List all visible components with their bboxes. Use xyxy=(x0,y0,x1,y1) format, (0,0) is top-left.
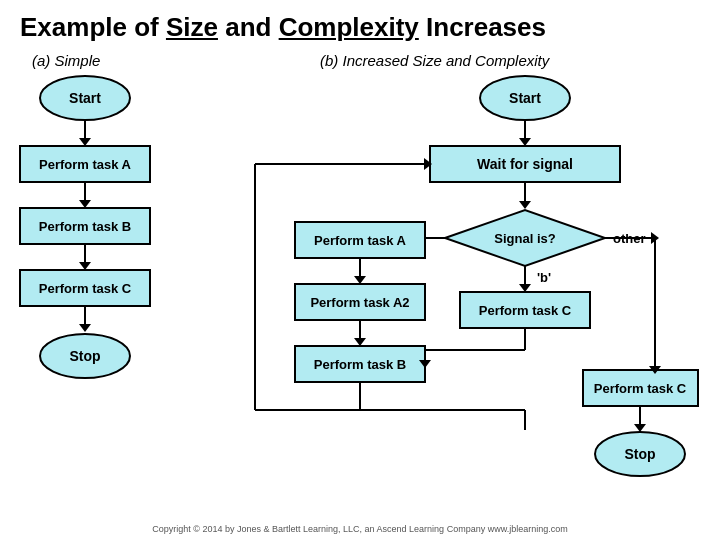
svg-text:Perform task B: Perform task B xyxy=(314,357,406,372)
svg-text:Perform task A: Perform task A xyxy=(39,157,132,172)
svg-marker-25 xyxy=(519,201,531,209)
svg-marker-42 xyxy=(354,338,366,346)
page-title: Example of Size and Complexity Increases xyxy=(0,0,720,47)
title-size: Size xyxy=(166,12,218,42)
svg-text:Perform task C: Perform task C xyxy=(594,381,687,396)
svg-text:Perform task C: Perform task C xyxy=(39,281,132,296)
svg-text:Stop: Stop xyxy=(624,446,655,462)
left-section-label: (a) Simple xyxy=(32,52,100,69)
right-section-label: (b) Increased Size and Complexity xyxy=(320,52,549,69)
svg-text:Start: Start xyxy=(69,90,101,106)
svg-text:Signal is?: Signal is? xyxy=(494,231,555,246)
left-flowchart: Start Perform task A Perform task B Perf… xyxy=(15,70,195,460)
svg-marker-33 xyxy=(519,284,531,292)
copyright: Copyright © 2014 by Jones & Bartlett Lea… xyxy=(152,524,567,534)
title-complexity: Complexity xyxy=(279,12,419,42)
title-prefix: Example of xyxy=(20,12,166,42)
svg-text:Perform task C: Perform task C xyxy=(479,303,572,318)
svg-marker-38 xyxy=(354,276,366,284)
svg-marker-7 xyxy=(79,200,91,208)
svg-marker-59 xyxy=(634,424,646,432)
svg-text:Perform task A: Perform task A xyxy=(314,233,407,248)
svg-marker-11 xyxy=(79,262,91,270)
svg-marker-21 xyxy=(519,138,531,146)
svg-text:Stop: Stop xyxy=(69,348,100,364)
title-suffix: Increases xyxy=(419,12,546,42)
svg-text:Perform task A2: Perform task A2 xyxy=(310,295,409,310)
svg-text:Perform task B: Perform task B xyxy=(39,219,131,234)
right-flowchart: Start Wait for signal Signal is? other '… xyxy=(195,70,705,500)
svg-marker-3 xyxy=(79,138,91,146)
svg-text:Wait for signal: Wait for signal xyxy=(477,156,573,172)
svg-text:'b': 'b' xyxy=(537,270,551,285)
svg-marker-15 xyxy=(79,324,91,332)
title-middle: and xyxy=(218,12,279,42)
svg-text:Start: Start xyxy=(509,90,541,106)
